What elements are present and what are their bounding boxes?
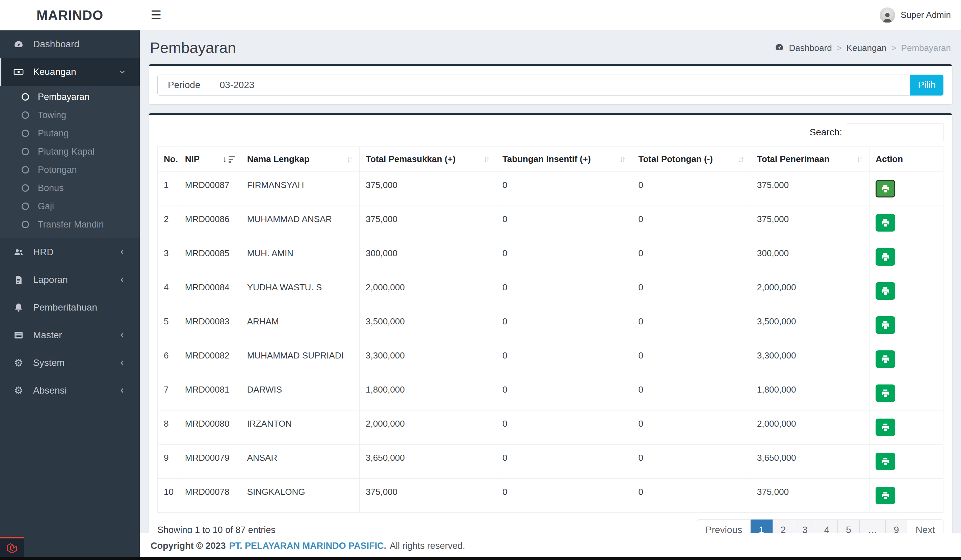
subitem-label: Transfer Mandiri <box>38 220 104 230</box>
sidebar-item-master[interactable]: Master <box>0 321 140 349</box>
sidebar-subitem-piutang[interactable]: Piutang <box>0 124 140 143</box>
subitem-label: Towing <box>38 110 66 120</box>
table-info: Showing 1 to 10 of 87 entries <box>157 525 276 533</box>
printer-icon <box>881 184 890 193</box>
brand-name: MARINDO <box>37 8 103 23</box>
sort-icon: ↓↑ <box>346 154 353 164</box>
pagination-page-9[interactable]: 9 <box>886 520 908 533</box>
table-row: 8MRD00080 IRZANTON2,000,000 00 2,000,000 <box>158 411 943 444</box>
printer-icon <box>881 388 890 398</box>
sidebar-subitem-gaji[interactable]: Gaji <box>0 197 140 215</box>
chevron-left-icon <box>118 276 126 284</box>
col-header-pemasukkan[interactable]: Total Pemasukkan (+) ↓↑ <box>360 147 497 172</box>
printer-icon <box>881 355 890 364</box>
print-button[interactable] <box>876 282 895 300</box>
sidebar-subitem-potongan[interactable]: Potongan <box>0 160 140 179</box>
printer-icon <box>881 423 890 432</box>
pembayaran-table: No. NIP ↓ Nama Lengkap ↓↑ Total Pemasukk… <box>157 146 943 513</box>
sidebar-item-system[interactable]: ⚙ System <box>0 349 140 377</box>
chevron-left-icon <box>118 359 126 367</box>
content-area: Pembayaran Dashboard > Keuangan > Pembay… <box>140 30 961 533</box>
pagination-page-3[interactable]: 3 <box>794 520 816 533</box>
gauge-icon <box>775 42 784 54</box>
print-button[interactable] <box>876 385 895 402</box>
breadcrumb-keuangan[interactable]: Keuangan <box>847 43 887 53</box>
search-label: Search: <box>810 127 842 138</box>
circle-icon <box>22 93 29 101</box>
printer-icon <box>881 252 890 262</box>
bell-icon <box>13 302 24 313</box>
subitem-label: Potongan <box>38 165 77 175</box>
col-header-nip[interactable]: NIP ↓ <box>178 147 241 172</box>
page-title: Pembayaran <box>150 39 236 57</box>
pagination-page-2[interactable]: 2 <box>773 520 794 533</box>
breadcrumb-separator: > <box>837 43 842 53</box>
footer-company-link[interactable]: PT. PELAYARAN MARINDO PASIFIC. <box>229 541 386 551</box>
col-header-potongan[interactable]: Total Potongan (-) ↓↑ <box>632 147 750 172</box>
circle-icon <box>22 130 29 137</box>
page-wrapper: Pembayaran Dashboard > Keuangan > Pembay… <box>140 30 961 560</box>
printer-icon <box>881 320 890 330</box>
print-button[interactable] <box>876 180 895 197</box>
pilih-button[interactable]: Pilih <box>910 75 943 96</box>
debugbar-collapsed-strip[interactable] <box>0 557 961 560</box>
sidebar-item-hrd[interactable]: HRD <box>0 238 140 266</box>
print-button[interactable] <box>876 214 895 231</box>
subitem-label: Pembayaran <box>38 92 90 102</box>
col-header-tabungan[interactable]: Tabungan Insentif (+) ↓↑ <box>496 147 632 172</box>
pagination-page-1[interactable]: 1 <box>750 520 773 533</box>
subitem-label: Piutang <box>38 128 69 139</box>
pagination-next[interactable]: Next <box>907 520 943 533</box>
print-button[interactable] <box>876 487 895 504</box>
print-button[interactable] <box>876 248 895 266</box>
sidebar-item-pemberitahuan[interactable]: Pemberitahuan <box>0 294 140 321</box>
user-menu[interactable]: Super Admin <box>870 0 961 30</box>
periode-card: Periode 03-2023 Pilih <box>149 64 952 104</box>
circle-icon <box>22 184 29 192</box>
chevron-left-icon <box>118 331 126 339</box>
brand-logo[interactable]: MARINDO <box>0 0 140 30</box>
sidebar-subitem-pembayaran[interactable]: Pembayaran <box>0 88 140 106</box>
sort-icon: ↓↑ <box>619 154 626 164</box>
pagination-page-5[interactable]: 5 <box>838 520 860 533</box>
pagination: Previous 1 2 3 4 5 … 9 Next <box>697 520 943 533</box>
laravel-logo-icon <box>5 541 19 555</box>
table-row: 6MRD00082 MUHAMMAD SUPRIADI3,300,000 00 … <box>158 342 943 376</box>
sidebar-item-laporan[interactable]: Laporan <box>0 266 140 294</box>
person-silhouette-icon <box>881 11 894 23</box>
table-row: 9MRD00079 ANSAR3,650,000 00 3,650,000 <box>158 444 943 479</box>
print-button[interactable] <box>876 316 895 334</box>
sort-icon: ↓↑ <box>483 154 490 164</box>
sidebar-subitem-piutang-kapal[interactable]: Piutang Kapal <box>0 143 140 160</box>
sidebar-subitem-transfer-mandiri[interactable]: Transfer Mandiri <box>0 215 140 234</box>
search-row: Search: <box>157 124 943 141</box>
sidebar-item-keuangan[interactable]: Keuangan <box>0 58 140 86</box>
periode-input[interactable]: 03-2023 <box>211 75 910 96</box>
sidebar-toggle-icon[interactable]: ☰ <box>151 9 161 21</box>
sidebar-item-absensi[interactable]: ⚙ Absensi <box>0 377 140 404</box>
print-button[interactable] <box>876 350 895 368</box>
search-input[interactable] <box>847 124 943 141</box>
sidebar-item-dashboard[interactable]: Dashboard <box>0 30 140 58</box>
printer-icon <box>881 218 890 228</box>
laravel-debugbar-toggle[interactable] <box>0 537 24 557</box>
sidebar-item-label: Keuangan <box>33 66 118 77</box>
sidebar-item-label: Dashboard <box>33 39 126 50</box>
sidebar-subitem-bonus[interactable]: Bonus <box>0 179 140 197</box>
col-header-nama[interactable]: Nama Lengkap ↓↑ <box>241 147 359 172</box>
sidebar-item-label: System <box>33 358 118 368</box>
table-row: 7MRD00081 DARWIS1,800,000 00 1,800,000 <box>158 376 943 411</box>
pagination-ellipsis: … <box>860 520 886 533</box>
print-button[interactable] <box>876 419 895 436</box>
pagination-previous[interactable]: Previous <box>697 520 750 533</box>
pagination-page-4[interactable]: 4 <box>816 520 838 533</box>
breadcrumb-separator: > <box>891 43 896 53</box>
sidebar-subitem-towing[interactable]: Towing <box>0 106 140 124</box>
breadcrumb-dashboard[interactable]: Dashboard <box>789 43 832 53</box>
sort-desc-icon: ↓ <box>223 154 235 164</box>
col-header-penerimaan[interactable]: Total Penerimaan ↓↑ <box>750 147 869 172</box>
table-row: 5MRD00083 ARHAM3,500,000 00 3,500,000 <box>158 308 943 342</box>
printer-icon <box>881 457 890 466</box>
print-button[interactable] <box>876 452 895 470</box>
periode-label: Periode <box>157 75 211 96</box>
